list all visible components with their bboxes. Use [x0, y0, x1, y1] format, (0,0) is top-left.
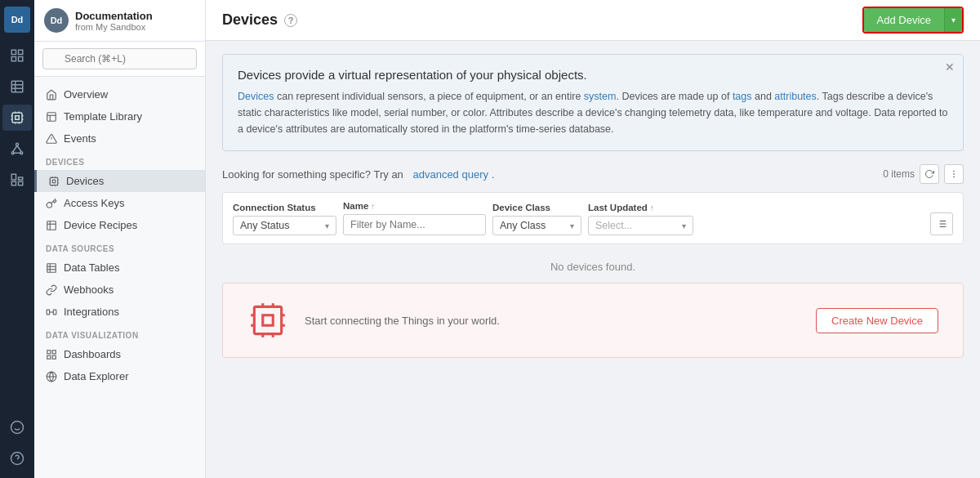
- svg-rect-53: [47, 263, 56, 272]
- svg-point-28: [11, 422, 24, 434]
- sidebar-icon-chart[interactable]: [2, 167, 32, 193]
- add-device-button[interactable]: Add Device: [864, 8, 944, 32]
- avatar: Dd: [44, 8, 69, 33]
- connection-status-filter: Connection Status Any Status Connected D…: [233, 203, 336, 235]
- sidebar-nav: Overview Template Library Events DEVICES…: [34, 77, 205, 478]
- connection-status-label: Connection Status: [233, 203, 336, 212]
- svg-rect-2: [19, 57, 23, 61]
- sidebar-item-integrations[interactable]: Integrations: [34, 301, 205, 323]
- sidebar-item-data-explorer[interactable]: Data Explorer: [34, 365, 205, 387]
- svg-rect-0: [11, 50, 16, 54]
- home-icon: [46, 89, 57, 101]
- query-bar-right: 0 items: [883, 164, 964, 184]
- device-class-select-wrap[interactable]: Any Class standalone gateway peripheral …: [492, 216, 581, 235]
- last-updated-select-wrap[interactable]: Select... ▾: [588, 216, 693, 235]
- name-sort-icon[interactable]: ↑: [371, 202, 375, 211]
- sidebar-item-label: Devices: [66, 175, 104, 187]
- main-body: ✕ Devices provide a virtual representati…: [206, 41, 980, 478]
- sidebar-item-devices[interactable]: Devices: [34, 170, 205, 192]
- template-icon: [46, 111, 57, 123]
- sidebar-icon-table[interactable]: [2, 74, 32, 100]
- tags-link[interactable]: tags: [733, 91, 752, 102]
- sidebar-item-label: Template Library: [64, 110, 142, 123]
- svg-rect-25: [19, 177, 23, 180]
- main-header: Devices ? Add Device ▾: [206, 0, 980, 41]
- search-input[interactable]: [42, 48, 197, 69]
- no-devices-card: Start connecting the Things in your worl…: [222, 283, 964, 358]
- search-bar: [34, 42, 205, 77]
- svg-rect-63: [47, 355, 51, 359]
- svg-rect-4: [11, 81, 23, 92]
- sidebar-icon-face[interactable]: [2, 414, 32, 440]
- recipe-icon: [46, 220, 57, 231]
- org-logo[interactable]: Dd: [4, 7, 30, 33]
- name-label-text: Name: [343, 201, 368, 211]
- system-link[interactable]: system: [584, 91, 617, 102]
- info-panel-body: Devices can represent individual sensors…: [238, 88, 948, 137]
- name-filter-input[interactable]: [343, 214, 486, 235]
- page-title: Devices: [222, 11, 278, 29]
- sidebar-item-label: Events: [64, 132, 96, 145]
- last-updated-label-text: Last Updated: [588, 203, 648, 212]
- sidebar-icon-devices[interactable]: [2, 105, 32, 131]
- svg-rect-57: [47, 310, 50, 315]
- sidebar-icon-network[interactable]: [2, 136, 32, 162]
- sidebar-item-dashboards[interactable]: Dashboards: [34, 343, 205, 365]
- refresh-button[interactable]: [920, 164, 939, 184]
- data-viz-section-label: DATA VISUALIZATION: [34, 323, 205, 343]
- advanced-query-link[interactable]: advanced query: [412, 168, 488, 181]
- add-device-caret-button[interactable]: ▾: [944, 8, 962, 32]
- connection-status-select-wrap[interactable]: Any Status Connected Disconnected Never …: [233, 216, 336, 235]
- sidebar-header-text: Documentation from My Sandbox: [75, 10, 153, 32]
- sidebar-icon-question[interactable]: [2, 445, 32, 471]
- sidebar-icon-dashboard[interactable]: [2, 42, 32, 69]
- attributes-link[interactable]: attributes: [774, 91, 816, 102]
- help-icon[interactable]: ?: [284, 14, 297, 27]
- svg-rect-3: [11, 57, 16, 61]
- svg-rect-40: [50, 177, 57, 185]
- sidebar-item-events[interactable]: Events: [34, 127, 205, 150]
- svg-rect-62: [52, 355, 56, 359]
- svg-rect-1: [19, 50, 23, 54]
- create-new-device-button[interactable]: Create New Device: [816, 308, 938, 333]
- integration-icon: [46, 306, 57, 318]
- svg-rect-9: [16, 116, 20, 120]
- svg-rect-75: [254, 306, 281, 333]
- svg-rect-61: [52, 350, 56, 353]
- svg-point-67: [954, 174, 955, 175]
- last-updated-sort-icon[interactable]: ↑: [650, 203, 654, 212]
- table-icon: [46, 262, 57, 274]
- sidebar-item-label: Access Keys: [64, 197, 124, 209]
- device-class-select[interactable]: Any Class standalone gateway peripheral …: [500, 220, 565, 231]
- alert-icon: [46, 133, 57, 145]
- svg-rect-41: [52, 180, 56, 183]
- last-updated-filter: Last Updated ↑ Select... ▾: [588, 203, 693, 235]
- search-wrap: [42, 48, 197, 69]
- sidebar-item-template-library[interactable]: Template Library: [34, 105, 205, 127]
- sidebar-item-device-recipes[interactable]: Device Recipes: [34, 214, 205, 236]
- devices-link[interactable]: Devices: [238, 91, 274, 102]
- sidebar-item-label: Webhooks: [64, 284, 114, 296]
- info-panel-title: Devices provide a virtual representation…: [238, 68, 948, 82]
- sidebar-item-overview[interactable]: Overview: [34, 83, 205, 105]
- sidebar-item-access-keys[interactable]: Access Keys: [34, 192, 205, 214]
- main-content: Devices ? Add Device ▾ ✕ Devices provide…: [206, 0, 980, 478]
- org-sub: from My Sandbox: [75, 22, 153, 32]
- webhook-icon: [46, 284, 57, 296]
- last-updated-select[interactable]: Select...: [595, 220, 677, 231]
- sidebar-item-webhooks[interactable]: Webhooks: [34, 279, 205, 301]
- more-options-button[interactable]: [944, 164, 964, 184]
- sidebar-header: Dd Documentation from My Sandbox: [34, 0, 205, 42]
- filters-row: Connection Status Any Status Connected D…: [222, 192, 964, 244]
- no-devices-message: No devices found.: [222, 252, 964, 278]
- devices-section-label: DEVICES: [34, 150, 205, 170]
- query-bar-left: Looking for something specific? Try an a…: [222, 168, 495, 181]
- org-name: Documentation: [75, 10, 153, 22]
- svg-point-66: [954, 171, 955, 172]
- connection-status-select[interactable]: Any Status Connected Disconnected Never …: [240, 220, 320, 231]
- info-panel-close-button[interactable]: ✕: [945, 61, 955, 73]
- last-updated-caret: ▾: [682, 221, 686, 230]
- columns-button[interactable]: [930, 212, 953, 235]
- sidebar-item-data-tables[interactable]: Data Tables: [34, 257, 205, 279]
- svg-rect-24: [11, 174, 16, 180]
